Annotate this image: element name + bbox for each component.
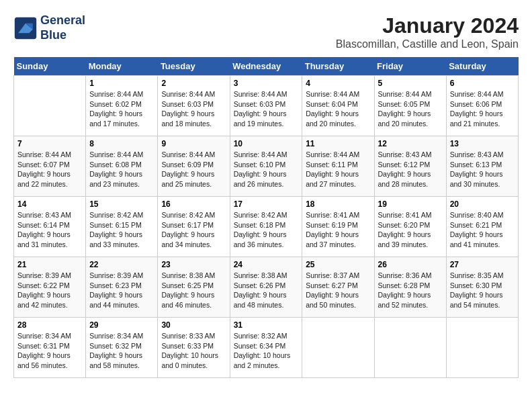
day-info: Sunrise: 8:44 AMSunset: 6:03 PMDaylight:… (234, 89, 299, 129)
day-number: 30 (161, 320, 226, 330)
calendar-cell: 25 Sunrise: 8:37 AMSunset: 6:27 PMDaylig… (302, 257, 374, 318)
calendar-cell: 18 Sunrise: 8:41 AMSunset: 6:19 PMDaylig… (302, 197, 374, 257)
calendar-cell: 23 Sunrise: 8:38 AMSunset: 6:25 PMDaylig… (158, 257, 230, 318)
day-number: 5 (378, 79, 443, 88)
day-number: 29 (89, 320, 154, 330)
calendar-cell (446, 318, 518, 378)
day-info: Sunrise: 8:44 AMSunset: 6:06 PMDaylight:… (450, 89, 515, 129)
day-info: Sunrise: 8:42 AMSunset: 6:15 PMDaylight:… (89, 210, 154, 250)
calendar-cell: 13 Sunrise: 8:43 AMSunset: 6:13 PMDaylig… (446, 136, 518, 197)
calendar-cell: 29 Sunrise: 8:34 AMSunset: 6:32 PMDaylig… (86, 318, 158, 378)
week-row-5: 28 Sunrise: 8:34 AMSunset: 6:31 PMDaylig… (14, 318, 519, 378)
weekday-header-friday: Friday (374, 57, 446, 76)
logo-text: General Blue (40, 13, 85, 42)
weekday-header-saturday: Saturday (446, 57, 518, 76)
day-number: 27 (450, 260, 515, 269)
calendar-cell: 26 Sunrise: 8:36 AMSunset: 6:28 PMDaylig… (374, 257, 446, 318)
day-number: 4 (306, 79, 370, 88)
weekday-header-monday: Monday (86, 57, 158, 76)
day-info: Sunrise: 8:41 AMSunset: 6:19 PMDaylight:… (306, 210, 370, 250)
day-number: 17 (234, 199, 299, 209)
weekday-header-sunday: Sunday (14, 57, 86, 76)
day-number: 28 (17, 320, 82, 330)
calendar-cell: 16 Sunrise: 8:42 AMSunset: 6:17 PMDaylig… (158, 197, 230, 257)
weekday-header-tuesday: Tuesday (158, 57, 230, 76)
day-number: 6 (450, 79, 515, 88)
calendar-cell: 6 Sunrise: 8:44 AMSunset: 6:06 PMDayligh… (446, 76, 518, 136)
day-info: Sunrise: 8:42 AMSunset: 6:17 PMDaylight:… (161, 210, 226, 250)
day-number: 13 (450, 139, 515, 148)
calendar-cell: 22 Sunrise: 8:39 AMSunset: 6:23 PMDaylig… (86, 257, 158, 318)
calendar-cell: 1 Sunrise: 8:44 AMSunset: 6:02 PMDayligh… (86, 76, 158, 136)
calendar-cell: 11 Sunrise: 8:44 AMSunset: 6:11 PMDaylig… (302, 136, 374, 197)
day-number: 16 (161, 199, 226, 209)
location-title: Blascomillan, Castille and Leon, Spain (336, 38, 519, 50)
day-info: Sunrise: 8:44 AMSunset: 6:11 PMDaylight:… (306, 150, 370, 189)
week-row-2: 7 Sunrise: 8:44 AMSunset: 6:07 PMDayligh… (14, 136, 519, 197)
day-number: 24 (234, 260, 299, 269)
day-number: 2 (161, 79, 226, 88)
day-number: 18 (306, 199, 370, 209)
calendar-cell: 30 Sunrise: 8:33 AMSunset: 6:33 PMDaylig… (158, 318, 230, 378)
calendar-cell: 15 Sunrise: 8:42 AMSunset: 6:15 PMDaylig… (86, 197, 158, 257)
calendar-cell (302, 318, 374, 378)
calendar-cell: 20 Sunrise: 8:40 AMSunset: 6:21 PMDaylig… (446, 197, 518, 257)
day-info: Sunrise: 8:40 AMSunset: 6:21 PMDaylight:… (450, 210, 515, 250)
day-number: 12 (378, 139, 443, 148)
day-number: 22 (89, 260, 154, 269)
calendar-cell (374, 318, 446, 378)
day-info: Sunrise: 8:41 AMSunset: 6:20 PMDaylight:… (378, 210, 443, 250)
page-header: General Blue January 2024 Blascomillan, … (13, 13, 519, 50)
day-number: 8 (89, 139, 154, 148)
month-title: January 2024 (336, 13, 519, 38)
day-info: Sunrise: 8:34 AMSunset: 6:31 PMDaylight:… (17, 331, 82, 371)
day-info: Sunrise: 8:38 AMSunset: 6:25 PMDaylight:… (161, 271, 226, 310)
day-number: 19 (378, 199, 443, 209)
day-info: Sunrise: 8:37 AMSunset: 6:27 PMDaylight:… (306, 271, 370, 310)
day-info: Sunrise: 8:44 AMSunset: 6:05 PMDaylight:… (378, 89, 443, 129)
day-info: Sunrise: 8:42 AMSunset: 6:18 PMDaylight:… (234, 210, 299, 250)
calendar-cell: 8 Sunrise: 8:44 AMSunset: 6:08 PMDayligh… (86, 136, 158, 197)
calendar-cell: 12 Sunrise: 8:43 AMSunset: 6:12 PMDaylig… (374, 136, 446, 197)
day-info: Sunrise: 8:44 AMSunset: 6:08 PMDaylight:… (89, 150, 154, 189)
calendar-cell: 7 Sunrise: 8:44 AMSunset: 6:07 PMDayligh… (14, 136, 86, 197)
title-section: January 2024 Blascomillan, Castille and … (336, 13, 519, 50)
calendar-cell: 9 Sunrise: 8:44 AMSunset: 6:09 PMDayligh… (158, 136, 230, 197)
calendar-cell: 27 Sunrise: 8:35 AMSunset: 6:30 PMDaylig… (446, 257, 518, 318)
day-number: 1 (89, 79, 154, 88)
week-row-1: 1 Sunrise: 8:44 AMSunset: 6:02 PMDayligh… (14, 76, 519, 136)
day-info: Sunrise: 8:43 AMSunset: 6:12 PMDaylight:… (378, 150, 443, 189)
calendar-cell: 5 Sunrise: 8:44 AMSunset: 6:05 PMDayligh… (374, 76, 446, 136)
day-info: Sunrise: 8:44 AMSunset: 6:07 PMDaylight:… (17, 150, 82, 189)
weekday-header-wednesday: Wednesday (230, 57, 302, 76)
calendar-cell: 4 Sunrise: 8:44 AMSunset: 6:04 PMDayligh… (302, 76, 374, 136)
day-info: Sunrise: 8:39 AMSunset: 6:23 PMDaylight:… (89, 271, 154, 310)
day-number: 31 (234, 320, 299, 330)
day-number: 21 (17, 260, 82, 269)
logo: General Blue (13, 13, 85, 42)
calendar-cell: 24 Sunrise: 8:38 AMSunset: 6:26 PMDaylig… (230, 257, 302, 318)
day-number: 3 (234, 79, 299, 88)
day-info: Sunrise: 8:36 AMSunset: 6:28 PMDaylight:… (378, 271, 443, 310)
week-row-3: 14 Sunrise: 8:43 AMSunset: 6:14 PMDaylig… (14, 197, 519, 257)
day-number: 9 (161, 139, 226, 148)
day-number: 15 (89, 199, 154, 209)
day-info: Sunrise: 8:44 AMSunset: 6:04 PMDaylight:… (306, 89, 370, 129)
day-info: Sunrise: 8:34 AMSunset: 6:32 PMDaylight:… (89, 331, 154, 371)
calendar-cell: 31 Sunrise: 8:32 AMSunset: 6:34 PMDaylig… (230, 318, 302, 378)
weekday-header-thursday: Thursday (302, 57, 374, 76)
calendar-cell: 14 Sunrise: 8:43 AMSunset: 6:14 PMDaylig… (14, 197, 86, 257)
day-info: Sunrise: 8:44 AMSunset: 6:10 PMDaylight:… (234, 150, 299, 189)
day-number: 14 (17, 199, 82, 209)
day-number: 11 (306, 139, 370, 148)
day-info: Sunrise: 8:32 AMSunset: 6:34 PMDaylight:… (234, 331, 299, 371)
day-info: Sunrise: 8:33 AMSunset: 6:33 PMDaylight:… (161, 331, 226, 371)
calendar-table: SundayMondayTuesdayWednesdayThursdayFrid… (13, 57, 519, 378)
day-info: Sunrise: 8:38 AMSunset: 6:26 PMDaylight:… (234, 271, 299, 310)
logo-icon (13, 16, 38, 40)
calendar-cell: 21 Sunrise: 8:39 AMSunset: 6:22 PMDaylig… (14, 257, 86, 318)
calendar-cell: 28 Sunrise: 8:34 AMSunset: 6:31 PMDaylig… (14, 318, 86, 378)
day-number: 26 (378, 260, 443, 269)
day-number: 10 (234, 139, 299, 148)
week-row-4: 21 Sunrise: 8:39 AMSunset: 6:22 PMDaylig… (14, 257, 519, 318)
